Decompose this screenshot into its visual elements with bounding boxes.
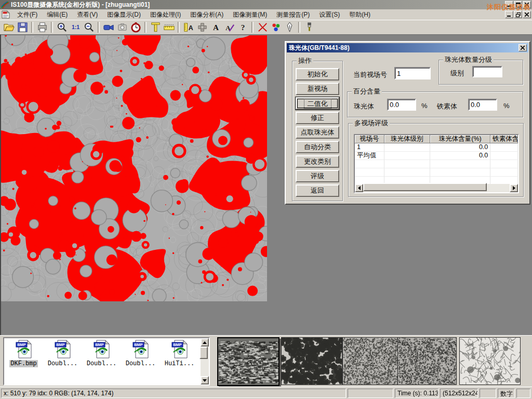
- thumbnail-1[interactable]: [217, 337, 280, 386]
- thumbnail-5[interactable]: [459, 337, 521, 385]
- dialog-button-7[interactable]: 评级: [296, 170, 339, 182]
- file-name: HuiTi...: [164, 360, 196, 367]
- child-minimize-button[interactable]: [505, 11, 513, 18]
- dialog-title-bar[interactable]: 珠光体(GB/T9441-88): [287, 43, 528, 52]
- toolbar-print-button[interactable]: [35, 21, 49, 34]
- dialog-button-8[interactable]: 返回: [296, 184, 339, 197]
- menu-item-8[interactable]: 设置(S): [314, 9, 344, 20]
- file-list[interactable]: BMPDKF.bmpBMPDoubl...BMPDoubl...BMPDoubl…: [3, 337, 210, 385]
- dialog-button-2[interactable]: 二值化: [296, 97, 339, 110]
- close-button[interactable]: [523, 1, 531, 8]
- thumbnail-3[interactable]: [342, 337, 402, 385]
- scroll-down-button[interactable]: [201, 376, 209, 384]
- ferrite-unit: %: [503, 102, 510, 110]
- operations-buttons: 初始化新视场二值化修正点取珠光体自动分类更改类别评级返回: [296, 68, 339, 197]
- operations-group: 操作 初始化新视场二值化修正点取珠光体自动分类更改类别评级返回: [292, 61, 343, 201]
- status-image-size: (512x512x24): [440, 389, 478, 398]
- file-item-2[interactable]: BMPDoubl...: [82, 338, 121, 380]
- file-name: Doubl...: [86, 360, 118, 367]
- ferrite-label: 铁素体: [437, 102, 457, 111]
- dialog-button-1[interactable]: 新视场: [296, 83, 339, 95]
- dialog-button-3[interactable]: 修正: [296, 112, 339, 124]
- child-close-button[interactable]: [523, 11, 531, 18]
- brush-tool-icon: [303, 21, 315, 33]
- status-mode: 数字: [498, 389, 515, 398]
- dialog-close-button[interactable]: [518, 44, 527, 51]
- svg-text:?: ?: [241, 23, 245, 32]
- current-field-input[interactable]: [394, 67, 431, 79]
- menu-item-5[interactable]: 图像分析(A): [185, 9, 228, 20]
- file-item-4[interactable]: BMPHuiTi...: [160, 338, 199, 380]
- table-row[interactable]: 平均值0.0: [355, 152, 518, 160]
- toolbar-photo-capture-button[interactable]: [115, 21, 129, 34]
- file-name: DKF.bmp: [9, 360, 37, 367]
- scroll-left-button[interactable]: [355, 184, 363, 192]
- toolbar-video-capture-button[interactable]: [102, 21, 115, 34]
- menu-item-4[interactable]: 图像处理(I): [145, 9, 185, 20]
- menu-item-6[interactable]: 图像测量(M): [228, 9, 272, 20]
- table-row[interactable]: [355, 160, 518, 168]
- pearlite-percent-input[interactable]: [387, 99, 416, 111]
- maximize-button[interactable]: [514, 1, 522, 8]
- table-cell: 0.0: [430, 152, 490, 160]
- toolbar-text-edit-button[interactable]: A: [222, 21, 236, 34]
- toolbar-ruler-measure-button[interactable]: [162, 21, 176, 34]
- rating-table[interactable]: 视场号珠光体级别珠光体含量(%)铁素体含量(%)10.0平均值0.0: [354, 134, 519, 193]
- toolbar-particle-count-button[interactable]: [269, 21, 283, 34]
- child-restore-button[interactable]: [514, 11, 522, 18]
- table-header-cell: 珠光体级别: [384, 135, 430, 143]
- toolbar-actual-size-button[interactable]: 1:1: [69, 21, 82, 34]
- toolbar-separator: [31, 22, 33, 33]
- dialog-button-0[interactable]: 初始化: [296, 68, 339, 81]
- bmp-file-icon: BMP: [171, 340, 189, 358]
- grade-input[interactable]: [472, 66, 502, 77]
- toolbar-caliper-measure-button[interactable]: [149, 21, 162, 34]
- file-item-0[interactable]: BMPDKF.bmp: [4, 338, 43, 380]
- workspace: 珠光体(GB/T9441-88) 操作 初始化新视场二值化修正点取珠光体自动分类…: [0, 34, 532, 335]
- file-item-3[interactable]: BMPDoubl...: [121, 338, 160, 380]
- app-icon: [1, 1, 9, 9]
- toolbar-scale-ruler-button[interactable]: A: [182, 21, 195, 34]
- minimize-button[interactable]: [505, 1, 513, 8]
- document-icon[interactable]: [2, 10, 10, 19]
- table-cell: [490, 152, 518, 160]
- toolbar-help-button[interactable]: ?: [236, 21, 249, 34]
- ferrite-percent-input[interactable]: [468, 99, 497, 111]
- table-hscrollbar[interactable]: [355, 184, 518, 192]
- toolbar-open-file-button[interactable]: [2, 21, 16, 34]
- menu-item-2[interactable]: 查看(V): [72, 9, 102, 20]
- dialog-button-4[interactable]: 点取珠光体: [296, 126, 339, 139]
- micrograph-image[interactable]: [1, 35, 267, 301]
- toolbar-text-label-button[interactable]: A: [209, 21, 222, 34]
- table-header-cell: 铁素体含量(%): [490, 135, 518, 143]
- toolbar-pen-tool-button[interactable]: [283, 21, 296, 34]
- toolbar-timer-button[interactable]: [129, 21, 142, 34]
- toolbar-grid-button[interactable]: [195, 21, 209, 34]
- table-row[interactable]: [355, 168, 518, 177]
- toolbar: 1:1AAA?: [0, 20, 532, 34]
- toolbar-zoom-in-button[interactable]: [55, 21, 69, 34]
- filelist-vscrollbar[interactable]: [201, 338, 209, 384]
- thumbnail-4[interactable]: [397, 337, 457, 385]
- vscroll-thumb[interactable]: [200, 347, 208, 359]
- text-edit-icon: A: [223, 21, 235, 33]
- hscroll-thumb[interactable]: [363, 183, 487, 191]
- toolbar-brush-tool-button[interactable]: [302, 21, 316, 34]
- table-row[interactable]: 10.0: [355, 143, 518, 152]
- table-cell: [430, 160, 490, 168]
- file-item-1[interactable]: BMPDoubl...: [43, 338, 82, 380]
- menu-item-1[interactable]: 编辑(E): [42, 9, 72, 20]
- toolbar-save-file-button[interactable]: [16, 21, 29, 34]
- menu-item-3[interactable]: 图像显示(D): [102, 9, 145, 20]
- dialog-button-6[interactable]: 更改类别: [296, 155, 339, 168]
- menu-item-9[interactable]: 帮助(H): [344, 9, 375, 20]
- toolbar-zoom-out-button[interactable]: [82, 21, 96, 34]
- scroll-up-button[interactable]: [201, 338, 209, 347]
- menu-item-7[interactable]: 测量报告(P): [272, 9, 314, 20]
- scroll-right-button[interactable]: [510, 184, 518, 192]
- table-cell: [384, 168, 430, 177]
- toolbar-curve-tool-button[interactable]: [256, 21, 269, 34]
- menu-item-0[interactable]: 文件(F): [12, 9, 42, 20]
- dialog-button-5[interactable]: 自动分类: [296, 141, 339, 153]
- thumbnail-2[interactable]: [281, 337, 342, 385]
